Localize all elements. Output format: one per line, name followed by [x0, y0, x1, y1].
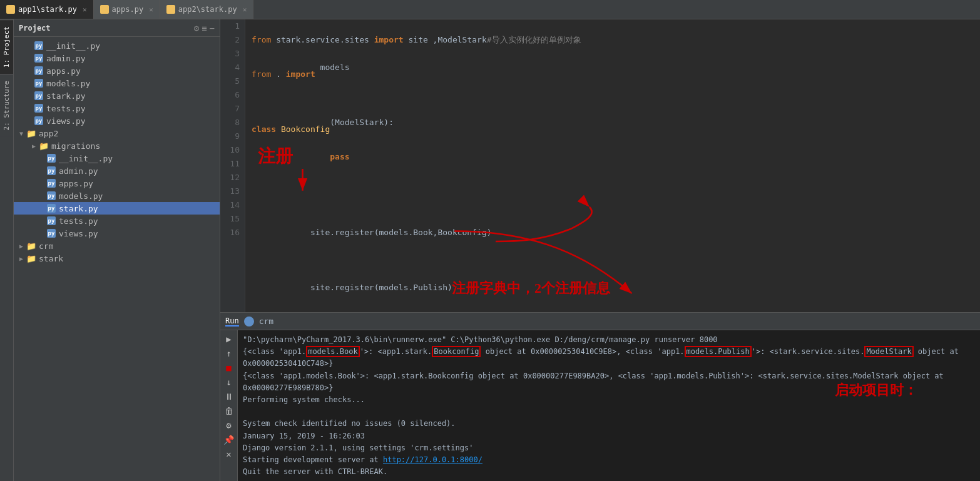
vertical-tabs: 1: Project 2: Structure — [0, 19, 14, 481]
scroll-up-button[interactable]: ↑ — [223, 347, 235, 360]
code-line-10 — [252, 185, 974, 198]
tab-close-app2-stark[interactable]: ✕ — [243, 6, 247, 14]
run-tab[interactable]: Run — [225, 316, 239, 327]
editor-area: 1 2 3 4 5 6 7 8 9 10 11 12 13 14 15 16 — [220, 19, 980, 312]
run-content: ▶ ↑ ■ ↓ ⏸ 🗑 ⚙ 📌 ✕ "D:\pycharm\PyCharm_20… — [220, 330, 980, 481]
vtab-structure[interactable]: 2: Structure — [0, 74, 13, 136]
py-icon-stark-app2: py — [46, 203, 56, 213]
run-app-label: crm — [259, 316, 273, 326]
folder-app2[interactable]: ▼ 📁 app2 — [14, 127, 220, 139]
gear-icon[interactable]: ≡ — [202, 23, 207, 33]
vtab-project[interactable]: 1: Project — [0, 19, 13, 74]
scroll-down-button[interactable]: ↓ — [223, 376, 235, 388]
folder-icon-crm: 📁 — [26, 241, 36, 251]
code-line-14: site.register(models.Publish) — [252, 267, 974, 308]
code-line-5 — [252, 88, 974, 102]
run-line-blank — [243, 406, 975, 418]
file-models-app1[interactable]: py models.py — [14, 77, 220, 89]
file-apps-app2[interactable]: py apps.py — [14, 177, 220, 190]
run-output: "D:\pycharm\PyCharm_2017.3.6\bin\runnerw… — [238, 330, 980, 481]
code-line-12: site.register(models.Book,Bookconfig) — [252, 212, 974, 253]
file-admin-app2[interactable]: py admin.py — [14, 165, 220, 177]
tab-apps[interactable]: apps.py ✕ — [94, 0, 160, 19]
folder-crm[interactable]: ▶ 📁 crm — [14, 240, 220, 252]
tab-app2-stark[interactable]: app2\stark.py ✕ — [160, 0, 254, 19]
folder-icon-stark: 📁 — [26, 253, 36, 263]
collapse-icon[interactable]: − — [210, 23, 215, 33]
play-button[interactable]: ▶ — [223, 333, 235, 345]
pin-button[interactable]: 📌 — [223, 433, 235, 446]
py-icon-views-app1: py — [34, 116, 44, 126]
panel-title: Project — [19, 24, 51, 33]
tab-app1-stark[interactable]: app1\stark.py ✕ — [0, 0, 94, 19]
dev-server-link[interactable]: http://127.0.0.1:8000/ — [383, 455, 482, 464]
code-container[interactable]: 1 2 3 4 5 6 7 8 9 10 11 12 13 14 15 16 — [220, 19, 980, 312]
py-icon-tests-app1: py — [34, 103, 44, 113]
py-icon-views-app2: py — [46, 228, 56, 238]
code-line-2: from stark.service.sites import site ,Mo… — [252, 33, 974, 47]
file-models-app2[interactable]: py models.py — [14, 190, 220, 202]
py-icon-stark-app1: py — [34, 91, 44, 101]
tab-label-apps: apps.py — [112, 5, 144, 14]
arrow-crm: ▶ — [16, 243, 26, 250]
code-line-13 — [252, 253, 974, 267]
panel-toolbar: ⚙ ≡ − — [194, 23, 215, 33]
file-tests-app2[interactable]: py tests.py — [14, 215, 220, 227]
highlight-bookconfig-1: Bookconfig — [432, 346, 481, 357]
filter-button[interactable]: ⚙ — [223, 419, 235, 432]
stop-button[interactable]: ■ — [223, 362, 235, 374]
filename-tests-app2: tests.py — [59, 216, 98, 226]
filename-stark-app2: stark.py — [59, 204, 98, 213]
highlight-models-book: models.Book — [306, 346, 359, 357]
clear-button[interactable]: 🗑 — [223, 405, 235, 417]
tab-icon-apps — [100, 5, 109, 14]
run-line-6: Django version 2.1.1, using settings 'cr… — [243, 442, 975, 454]
file-init-app1[interactable]: py __init__.py — [14, 39, 220, 52]
project-panel: Project ⚙ ≡ − py __init__.py py admin.py… — [14, 19, 220, 481]
run-line-7: Starting development server at http://12… — [243, 454, 975, 466]
file-views-app2[interactable]: py views.py — [14, 227, 220, 240]
py-icon-models-app2: py — [46, 191, 56, 201]
run-line-1: {<class 'app1.models.Book'>: <app1.stark… — [243, 346, 975, 370]
filename-tests-app1: tests.py — [46, 104, 86, 113]
run-toolbar: ▶ ↑ ■ ↓ ⏸ 🗑 ⚙ 📌 ✕ — [220, 330, 238, 481]
folder-migrations[interactable]: ▶ 📁 migrations — [14, 139, 220, 152]
code-line-15 — [252, 308, 974, 312]
file-tests-app1[interactable]: py tests.py — [14, 102, 220, 114]
filename-init-app2: __init__.py — [59, 154, 113, 163]
arrow-stark: ▶ — [16, 255, 26, 262]
tab-close-app1-stark[interactable]: ✕ — [83, 6, 87, 14]
folder-icon-migrations: 📁 — [39, 141, 49, 151]
pause-button[interactable]: ⏸ — [223, 390, 235, 403]
sync-icon[interactable]: ⚙ — [194, 23, 199, 33]
close-run-button[interactable]: ✕ — [223, 448, 235, 460]
tab-close-apps[interactable]: ✕ — [149, 6, 153, 14]
panel-header: Project ⚙ ≡ − — [14, 19, 220, 37]
foldername-stark: stark — [39, 254, 63, 263]
run-line-cmd: "D:\pycharm\PyCharm_2017.3.6\bin\runnerw… — [243, 334, 975, 346]
highlight-models-publish-1: models.Publish — [685, 346, 752, 357]
file-stark-app1[interactable]: py stark.py — [14, 89, 220, 102]
code-line-4: from . import models — [252, 61, 974, 88]
file-admin-app1[interactable]: py admin.py — [14, 52, 220, 64]
file-apps-app1[interactable]: py apps.py — [14, 64, 220, 77]
code-line-7: class Bookconfig(ModelStark): — [252, 116, 974, 143]
code-line-6 — [252, 102, 974, 116]
run-panel: Run crm ▶ ↑ ■ ↓ ⏸ 🗑 ⚙ 📌 ✕ "D:\p — [220, 312, 980, 481]
code-line-8: pass — [252, 143, 974, 171]
run-tab-label: Run — [225, 316, 239, 325]
folder-stark[interactable]: ▶ 📁 stark — [14, 252, 220, 265]
filename-views-app2: views.py — [59, 229, 98, 238]
code-lines: from stark.service.sites import site ,Mo… — [245, 19, 980, 312]
file-stark-app2[interactable]: py stark.py — [14, 202, 220, 215]
filename-admin-app2: admin.py — [59, 166, 98, 176]
line-numbers: 1 2 3 4 5 6 7 8 9 10 11 12 13 14 15 16 — [220, 19, 245, 312]
file-views-app1[interactable]: py views.py — [14, 114, 220, 127]
tab-icon-app1-stark — [6, 5, 15, 14]
run-header: Run crm — [220, 313, 980, 330]
tab-label-app2-stark: app2\stark.py — [178, 5, 237, 14]
file-tree: py __init__.py py admin.py py apps.py py… — [14, 37, 220, 481]
tab-label-app1-stark: app1\stark.py — [18, 5, 77, 14]
file-init-app2[interactable]: py __init__.py — [14, 152, 220, 165]
py-icon-apps: py — [34, 66, 44, 76]
